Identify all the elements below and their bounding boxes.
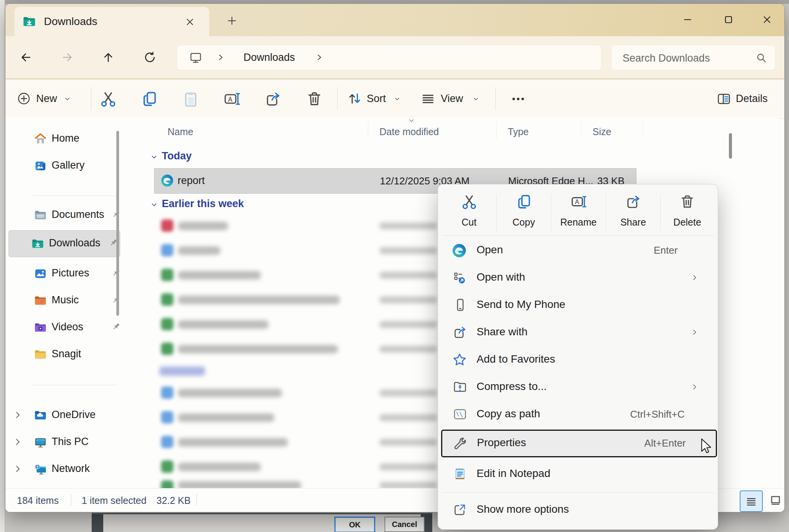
column-type[interactable]: Type <box>508 126 529 137</box>
search-input[interactable] <box>622 45 750 71</box>
menu-item-share-with[interactable]: Share with <box>441 319 715 346</box>
details-pane-button[interactable]: Details <box>717 88 778 110</box>
share-icon[interactable] <box>264 90 282 108</box>
maximize-icon[interactable] <box>717 11 740 28</box>
chevron-down-icon <box>65 96 70 102</box>
navigation-sidebar: Home Gallery Documents <box>5 118 123 488</box>
chevron-right-icon[interactable] <box>14 438 22 446</box>
group-header-earlier[interactable]: Earlier this week <box>151 198 305 212</box>
menu-item-send-to-phone[interactable]: Send to My Phone <box>441 291 715 319</box>
sidebar-scrollbar[interactable] <box>116 131 119 316</box>
menu-item-edit-in-notepad[interactable]: Edit in Notepad <box>441 460 715 488</box>
sidebar-item-music[interactable]: Music <box>8 289 119 313</box>
ok-button[interactable]: OK <box>334 517 375 532</box>
new-tab-icon[interactable] <box>225 14 239 28</box>
paste-icon[interactable] <box>181 90 200 108</box>
list-scrollbar[interactable] <box>729 133 732 159</box>
menu-item-open-with[interactable]: Open with <box>441 264 715 291</box>
close-icon[interactable] <box>756 11 778 28</box>
chevron-right-icon[interactable] <box>14 465 22 473</box>
copy-icon <box>516 194 532 210</box>
delete-button[interactable]: Delete <box>661 188 714 234</box>
selection-size: 32.2 KB <box>156 495 191 506</box>
large-thumbnails-toggle[interactable] <box>766 490 784 510</box>
redacted-name <box>178 246 220 255</box>
copy-as-path-icon: \\.. <box>453 407 467 422</box>
column-separator[interactable] <box>496 122 497 139</box>
new-button[interactable]: New <box>16 88 82 110</box>
view-label: View <box>441 93 463 105</box>
menu-item-label: Edit in Notepad <box>477 467 550 480</box>
share-button[interactable]: Share <box>606 188 660 234</box>
column-size[interactable]: Size <box>593 126 611 137</box>
menu-item-label: Show more options <box>477 503 569 515</box>
edge-icon <box>161 174 174 187</box>
menu-item-label: Send to My Phone <box>477 298 565 311</box>
notepad-icon <box>453 466 467 481</box>
tab-close-icon[interactable] <box>184 16 196 28</box>
sidebar-item-onedrive[interactable]: OneDrive <box>8 403 119 427</box>
cut-button[interactable]: Cut <box>442 188 496 234</box>
more-options-icon[interactable] <box>508 90 529 108</box>
home-icon <box>34 132 47 146</box>
address-bar[interactable]: Downloads <box>177 45 601 70</box>
column-name[interactable]: Name <box>168 126 193 137</box>
menu-item-properties[interactable]: Properties Alt+Enter <box>441 430 717 457</box>
column-separator[interactable] <box>368 122 368 139</box>
tab-downloads[interactable]: Downloads <box>15 7 209 36</box>
cut-icon[interactable] <box>99 90 118 108</box>
menu-item-copy-as-path[interactable]: \\.. Copy as path Ctrl+Shift+C <box>441 401 715 428</box>
delete-icon[interactable] <box>305 90 324 108</box>
sidebar-item-gallery[interactable]: Gallery <box>8 154 119 178</box>
minimize-icon[interactable] <box>677 11 699 28</box>
column-separator[interactable] <box>643 122 643 139</box>
word-file-icon <box>161 386 173 399</box>
up-icon[interactable] <box>97 47 119 68</box>
column-separator[interactable] <box>581 122 581 139</box>
tab-title: Downloads <box>44 15 97 28</box>
sort-button[interactable]: Sort <box>347 88 408 110</box>
sidebar-item-home[interactable]: Home <box>8 127 119 151</box>
details-view-toggle[interactable] <box>740 490 763 512</box>
group-header-today[interactable]: Today <box>151 150 267 164</box>
this-pc-icon <box>189 51 203 65</box>
group-header-redacted[interactable] <box>151 365 228 378</box>
sidebar-item-videos[interactable]: Videos <box>8 316 119 340</box>
view-button[interactable]: View <box>421 88 486 110</box>
menu-item-open[interactable]: Open Enter <box>441 237 715 264</box>
menu-item-add-to-favorites[interactable]: Add to Favorites <box>441 346 715 373</box>
search-icon[interactable] <box>756 52 767 63</box>
sort-direction-chevron-icon <box>408 119 415 123</box>
quick-action-bar: Cut Copy A Rename Share <box>442 188 714 234</box>
sidebar-item-documents[interactable]: Documents <box>8 203 119 227</box>
search-box[interactable] <box>612 45 775 70</box>
refresh-icon[interactable] <box>139 47 161 68</box>
copy-button[interactable]: Copy <box>497 188 551 234</box>
breadcrumb[interactable]: Downloads <box>243 52 295 64</box>
sidebar-item-downloads[interactable]: Downloads <box>8 230 120 257</box>
sidebar-item-network[interactable]: Network <box>8 457 119 481</box>
submenu-chevron-icon <box>692 274 698 281</box>
sidebar-divider <box>32 196 118 196</box>
cancel-button[interactable]: Cancel <box>384 517 425 532</box>
rename-icon[interactable]: A <box>223 90 241 108</box>
redacted-date <box>379 223 437 229</box>
redacted-name <box>178 296 340 304</box>
redacted-date <box>379 463 437 470</box>
forward-icon[interactable] <box>57 47 78 68</box>
column-date-modified[interactable]: Date modified <box>379 126 439 137</box>
rename-button[interactable]: A Rename <box>551 188 606 234</box>
sidebar-item-pictures[interactable]: Pictures <box>8 262 119 286</box>
quick-action-label: Delete <box>661 217 714 228</box>
sidebar-item-snagit[interactable]: Snagit <box>8 343 119 366</box>
chevron-right-icon[interactable] <box>14 411 22 419</box>
breadcrumb-chevron-icon[interactable] <box>316 54 323 61</box>
back-icon[interactable] <box>15 47 37 68</box>
sidebar-item-label: Videos <box>52 321 83 333</box>
redacted-name <box>178 222 228 230</box>
sidebar-item-this-pc[interactable]: This PC <box>8 430 119 454</box>
copy-icon[interactable] <box>140 90 159 108</box>
wrench-icon <box>452 436 468 451</box>
menu-item-compress-to[interactable]: Compress to... <box>441 373 715 401</box>
menu-item-show-more-options[interactable]: Show more options <box>441 496 715 524</box>
